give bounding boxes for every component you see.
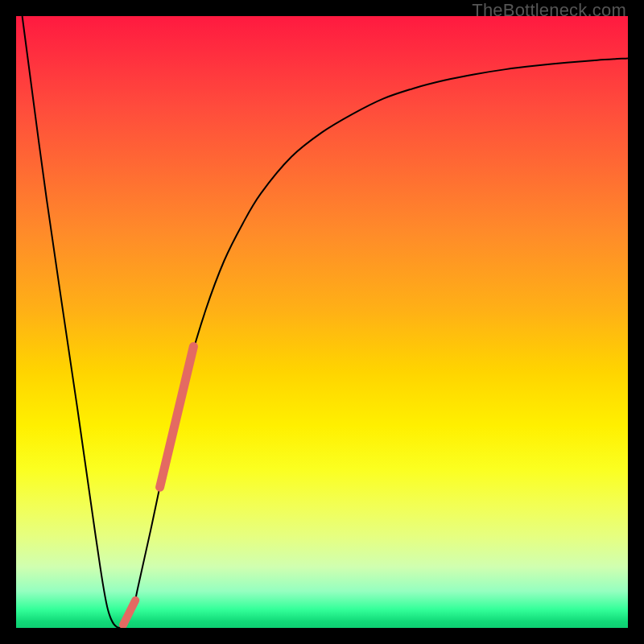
- chart-frame: TheBottleneck.com: [0, 0, 644, 644]
- highlight-segment-lower: [123, 601, 135, 625]
- curve-layer: [16, 16, 628, 628]
- highlight-segment-upper: [160, 346, 194, 487]
- main-curve: [23, 16, 628, 628]
- plot-area: [16, 16, 628, 628]
